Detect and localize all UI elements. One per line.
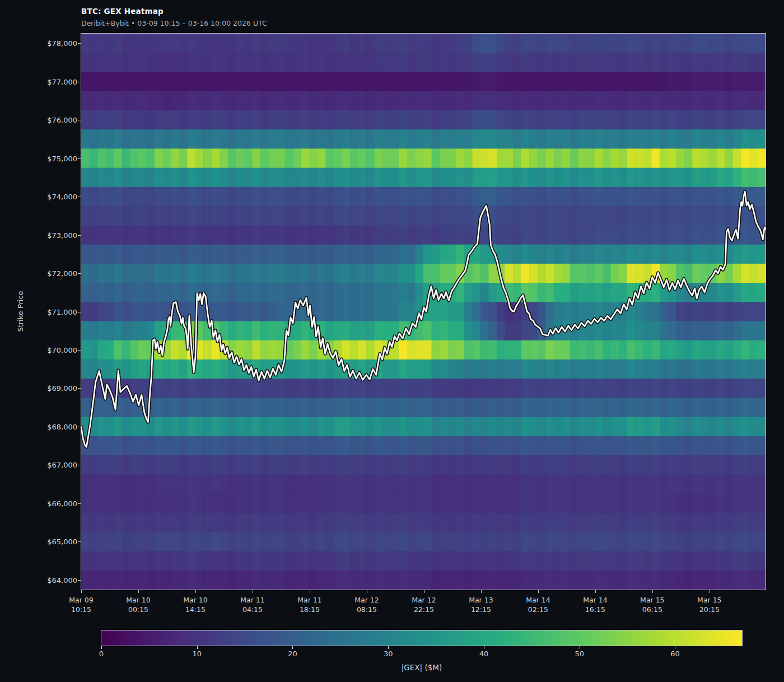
- y-tick-label: $67,000: [24, 461, 77, 469]
- colorbar-tick-label: 50: [575, 650, 584, 658]
- x-tick-mark: [652, 590, 653, 593]
- y-tick-label: $72,000: [24, 269, 77, 278]
- y-tick-mark: [78, 312, 81, 312]
- x-tick-label: Mar 0910:15: [69, 595, 93, 614]
- y-tick-label: $68,000: [24, 422, 77, 431]
- colorbar-tick-label: 60: [670, 650, 680, 658]
- y-tick-mark: [78, 580, 81, 581]
- x-tick-mark: [595, 590, 596, 593]
- y-tick-mark: [78, 541, 81, 542]
- x-tick-mark: [538, 590, 539, 593]
- y-tick-mark: [78, 388, 81, 389]
- x-tick-mark: [424, 590, 424, 593]
- x-tick-mark: [710, 590, 710, 593]
- colorbar-tick-mark: [101, 646, 102, 649]
- x-tick-mark: [253, 590, 253, 593]
- y-tick-label: $66,000: [24, 499, 77, 507]
- colorbar-tick-mark: [484, 646, 484, 649]
- y-tick-mark: [78, 120, 81, 120]
- chart-subtitle: Deribit+Bybit • 03-09 10:15 – 03-16 10:0…: [81, 19, 267, 27]
- y-tick-mark: [78, 503, 81, 504]
- y-tick-mark: [78, 197, 81, 197]
- x-tick-label: Mar 1118:15: [297, 595, 321, 614]
- y-tick-mark: [78, 235, 81, 236]
- x-tick-label: Mar 1416:15: [583, 595, 607, 614]
- y-tick-mark: [78, 158, 81, 159]
- y-tick-mark: [78, 350, 81, 351]
- colorbar-tick-label: 40: [479, 650, 489, 658]
- y-tick-label: $73,000: [24, 231, 77, 239]
- x-tick-mark: [367, 590, 367, 593]
- colorbar-tick-mark: [388, 646, 389, 649]
- y-tick-mark: [78, 43, 81, 44]
- y-tick-label: $78,000: [24, 39, 77, 48]
- colorbar-tick-mark: [197, 646, 198, 649]
- chart-title: BTC: GEX Heatmap: [81, 7, 164, 16]
- x-tick-label: Mar 1014:15: [183, 595, 207, 614]
- y-tick-mark: [78, 273, 81, 274]
- y-tick-label: $77,000: [24, 77, 77, 86]
- gex-heatmap-page: BTC: GEX Heatmap Deribit+Bybit • 03-09 1…: [0, 0, 784, 682]
- colorbar-tick-label: 0: [99, 650, 104, 658]
- x-tick-label: Mar 1222:15: [412, 595, 436, 614]
- y-tick-label: $71,000: [24, 307, 77, 316]
- x-tick-label: Mar 1104:15: [240, 595, 264, 614]
- x-tick-mark: [81, 590, 82, 593]
- y-tick-mark: [78, 82, 81, 82]
- x-tick-mark: [481, 590, 482, 593]
- colorbar: [101, 630, 742, 646]
- x-tick-label: Mar 1520:15: [697, 595, 721, 614]
- colorbar-tick-mark: [580, 646, 580, 649]
- y-tick-label: $74,000: [24, 193, 77, 201]
- x-tick-label: Mar 1506:15: [640, 595, 664, 614]
- y-tick-label: $64,000: [24, 576, 77, 584]
- x-tick-label: Mar 1312:15: [469, 595, 493, 614]
- heatmap-plot-area: [81, 34, 766, 590]
- x-tick-mark: [195, 590, 196, 593]
- colorbar-tick-mark: [675, 646, 675, 649]
- gex-heatmap-canvas: [81, 34, 766, 590]
- x-tick-mark: [310, 590, 310, 593]
- x-tick-label: Mar 1000:15: [126, 595, 150, 614]
- y-tick-label: $76,000: [24, 116, 77, 124]
- x-tick-mark: [138, 590, 139, 593]
- colorbar-tick-label: 20: [288, 650, 297, 658]
- y-tick-mark: [78, 427, 81, 427]
- colorbar-label: |GEX| ($M): [402, 663, 442, 672]
- y-tick-label: $70,000: [24, 345, 77, 354]
- x-tick-label: Mar 1402:15: [526, 595, 550, 614]
- colorbar-canvas: [101, 630, 742, 646]
- y-tick-label: $65,000: [24, 538, 77, 546]
- colorbar-tick-label: 30: [384, 650, 393, 658]
- colorbar-tick-mark: [292, 646, 293, 649]
- y-tick-label: $75,000: [24, 154, 77, 162]
- y-tick-mark: [78, 465, 81, 465]
- x-tick-label: Mar 1208:15: [354, 595, 379, 614]
- colorbar-tick-label: 10: [192, 650, 202, 658]
- y-tick-label: $69,000: [24, 384, 77, 393]
- y-axis-label: Strike Price: [16, 291, 25, 331]
